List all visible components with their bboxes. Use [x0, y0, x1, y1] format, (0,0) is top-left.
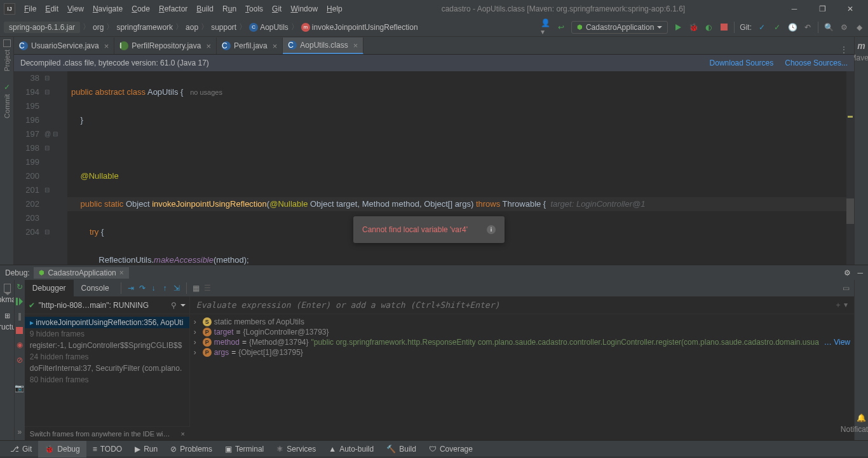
expand-icon[interactable]: » [18, 427, 22, 436]
menu-help[interactable]: Help [323, 3, 346, 15]
stack-frame[interactable]: doFilterInternal:37, SecurityFilter (com… [25, 363, 189, 374]
view-link[interactable]: … View [824, 338, 850, 347]
thread-selector[interactable]: ✔ "http-nio-808…main": RUNNING ⚲ [25, 296, 190, 314]
evaluate-input[interactable] [190, 300, 828, 310]
menu-file[interactable]: File [20, 3, 40, 15]
download-sources-link[interactable]: Download Sources [710, 59, 774, 67]
debug-session-tab[interactable]: ⬢ CadastroApplication × [34, 267, 128, 279]
hidden-frames[interactable]: 24 hidden frames [25, 351, 189, 363]
breadcrumb[interactable]: spring-aop-6.1.6.jar 〉org 〉springframewo… [4, 22, 418, 33]
minimize-button[interactable]: ─ [780, 0, 808, 18]
variable-row[interactable]: ›Pmethod = {Method@13794} "public org.sp… [190, 337, 854, 347]
editor-tab[interactable]: CAopUtils.class× [283, 38, 363, 54]
add-watch-icon[interactable]: ＋ ▾ [828, 300, 854, 310]
filter-icon[interactable]: ⚲ [171, 301, 177, 310]
notifications-tool-button[interactable]: 🔔Notifications [841, 413, 868, 434]
project-tool-button[interactable]: Project [3, 39, 11, 71]
maximize-button[interactable]: ❐ [808, 0, 836, 18]
close-icon[interactable]: × [104, 41, 109, 51]
run-tool-tab[interactable]: ▶Run [128, 441, 164, 457]
commit-tool-button[interactable]: ✓Commit [3, 83, 11, 118]
services-tool-tab[interactable]: ⚛Services [270, 441, 322, 457]
menu-edit[interactable]: Edit [41, 3, 62, 15]
menu-code[interactable]: Code [128, 3, 154, 15]
gear-icon[interactable]: ⚙ [844, 268, 851, 277]
step-out-icon[interactable]: ↑ [159, 282, 171, 294]
coverage-tool-tab[interactable]: 🛡Coverage [423, 441, 479, 457]
terminal-tool-tab[interactable]: ▣Terminal [219, 441, 270, 457]
variable-row[interactable]: ›Pargs = {Object[1]@13795} [190, 347, 854, 357]
git-tool-tab[interactable]: ⎇Git [4, 441, 38, 457]
editor-tab[interactable]: CPerfil.java× [217, 38, 283, 54]
git-rollback-icon[interactable]: ↶ [803, 22, 813, 32]
mute-breakpoints-button[interactable]: ⊘ [17, 356, 23, 364]
view-breakpoints-button[interactable]: ◉ [17, 340, 23, 349]
editor-tab[interactable]: IPerfilRepository.java× [114, 38, 217, 54]
rerun-button[interactable]: ↻ [17, 282, 23, 291]
close-icon[interactable]: × [119, 268, 124, 277]
calculator-icon[interactable]: ▦ [191, 282, 202, 294]
stack-frame[interactable]: ▸ invokeJoinpointUsingReflection:356, Ao… [25, 317, 189, 328]
variable-row[interactable]: ›Ptarget = {LoginController@13793} [190, 327, 854, 337]
debug-button[interactable]: 🐞 [688, 22, 698, 32]
breadcrumb-jar[interactable]: spring-aop-6.1.6.jar [4, 22, 80, 33]
pause-button[interactable]: ‖ [18, 312, 22, 321]
close-button[interactable]: ✕ [836, 0, 864, 18]
menu-window[interactable]: Window [287, 3, 322, 15]
editor-tab[interactable]: CUsuarioService.java× [14, 38, 114, 54]
git-history-icon[interactable]: 🕓 [787, 22, 797, 32]
step-over-icon[interactable]: ↷ [137, 282, 148, 294]
menu-git[interactable]: Git [268, 3, 285, 15]
frames-list[interactable]: ▸ invokeJoinpointUsingReflection:356, Ao… [25, 314, 190, 426]
problems-tool-tab[interactable]: ⊘Problems [164, 441, 219, 457]
camera-icon[interactable]: 📷 [15, 384, 24, 392]
info-icon[interactable]: i [487, 225, 496, 234]
settings-icon[interactable]: ⚙ [839, 22, 849, 32]
debugger-tab[interactable]: Debugger [25, 280, 74, 296]
stack-frame[interactable]: register:-1, LoginController$$SpringCGLI… [25, 340, 189, 351]
menu-refactor[interactable]: Refactor [155, 3, 191, 15]
show-exec-point-icon[interactable]: ⇥ [125, 282, 137, 294]
choose-sources-link[interactable]: Choose Sources... [785, 59, 848, 67]
editor-scrollbar[interactable] [846, 71, 854, 265]
menu-view[interactable]: View [64, 3, 88, 15]
variables-list[interactable]: ›Sstatic members of AopUtils ›Ptarget = … [190, 314, 854, 426]
search-icon[interactable]: 🔍 [824, 22, 834, 32]
menu-tools[interactable]: Tools [241, 3, 267, 15]
run-to-cursor-icon[interactable]: ⇲ [171, 282, 182, 294]
layout-icon[interactable]: ▭ [843, 282, 854, 294]
user-icon[interactable]: 👤▾ [541, 22, 551, 32]
step-into-icon[interactable]: ↓ [148, 282, 159, 294]
close-icon[interactable]: × [353, 41, 358, 50]
tabs-more-icon[interactable]: ⋮ [834, 45, 854, 54]
menu-run[interactable]: Run [219, 3, 240, 15]
ide-settings-icon[interactable]: ◆ [854, 22, 864, 32]
menu-build[interactable]: Build [193, 3, 217, 15]
git-update-icon[interactable]: ✓ [757, 22, 767, 32]
console-tab[interactable]: Console [74, 280, 117, 296]
coverage-button[interactable]: ◐ [703, 22, 714, 32]
variable-row[interactable]: ›Sstatic members of AopUtils [190, 317, 854, 327]
stop-debug-button[interactable] [16, 327, 23, 334]
menu-navigate[interactable]: Navigate [89, 3, 126, 15]
close-icon[interactable]: × [273, 41, 278, 51]
autobuild-tool-tab[interactable]: ▲Auto-build [322, 441, 380, 457]
close-icon[interactable]: × [180, 430, 184, 438]
resume-button[interactable] [16, 298, 23, 305]
editor-tabs: CUsuarioService.java× IPerfilRepository.… [14, 37, 854, 55]
run-config-selector[interactable]: ⬢ CadastroApplication [571, 21, 668, 34]
more-icon[interactable]: ☰ [202, 282, 214, 294]
nav-toolbar: spring-aop-6.1.6.jar 〉org 〉springframewo… [0, 18, 868, 37]
back-arrow-icon[interactable]: ↩ [556, 22, 566, 32]
debug-tool-tab[interactable]: 🐞Debug [38, 441, 86, 457]
close-icon[interactable]: × [206, 41, 211, 51]
hidden-frames[interactable]: 80 hidden frames [25, 374, 189, 385]
code-editor[interactable]: 38194195196197198199200201202203204 ⊟⊟@ … [14, 71, 854, 265]
build-tool-tab[interactable]: 🔨Build [380, 441, 423, 457]
git-commit-icon[interactable]: ✓ [772, 22, 782, 32]
stop-button[interactable] [719, 22, 729, 32]
hidden-frames[interactable]: 9 hidden frames [25, 328, 189, 340]
run-button[interactable] [673, 22, 683, 32]
todo-tool-tab[interactable]: ≡TODO [86, 441, 128, 457]
minimize-panel-icon[interactable]: ─ [857, 268, 863, 277]
